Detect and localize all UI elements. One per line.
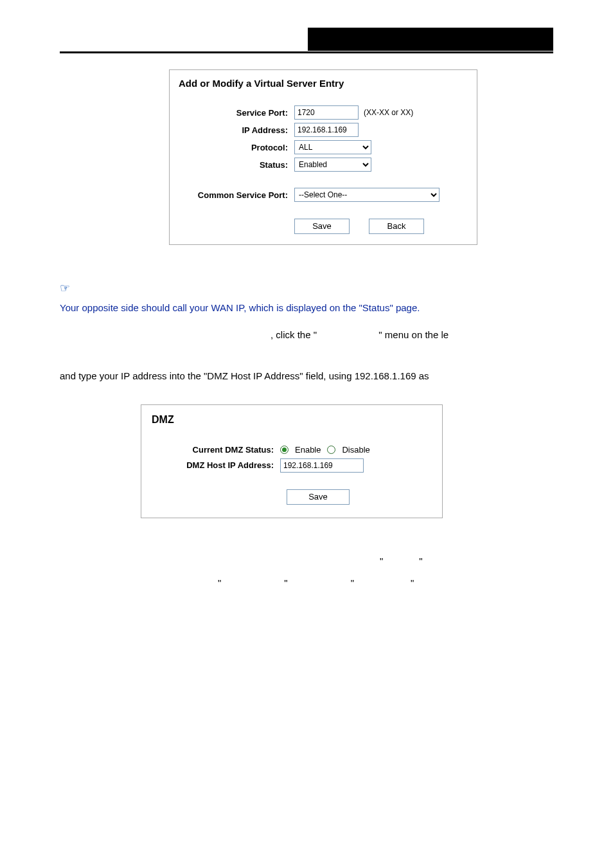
label-common-service-port: Common Service Port: [179,190,294,200]
note-section: ☞ Your opposite side should call your WA… [60,281,553,318]
row-common-service-port: Common Service Port: --Select One-- [179,188,468,202]
row-protocol: Protocol: ALL [179,140,468,154]
input-service-port[interactable] [294,105,359,120]
radio-enable[interactable] [280,446,289,454]
label-service-port: Service Port: [179,108,294,118]
input-dmz-host-ip[interactable] [280,458,364,473]
row-status: Status: Enabled [179,158,468,172]
save-button[interactable]: Save [294,219,350,234]
dmz-panel-wrap: DMZ Current DMZ Status: Enable Disable D… [60,404,553,518]
q2: " [419,550,422,573]
header-divider [60,51,553,53]
label-ip-address: IP Address: [179,125,294,135]
dmz-save-button[interactable]: Save [287,489,350,505]
dmz-panel: DMZ Current DMZ Status: Enable Disable D… [141,404,443,518]
page-content: Add or Modify a Virtual Server Entry Ser… [60,69,553,595]
body-line-2: and type your IP address into the "DMZ H… [60,365,553,388]
virtual-server-panel: Add or Modify a Virtual Server Entry Ser… [169,69,477,245]
back-button[interactable]: Back [369,219,424,234]
input-ip-address[interactable] [294,123,359,137]
label-dmz-host-ip: DMZ Host IP Address: [152,460,280,470]
radio-disable-label: Disable [342,445,369,455]
label-status: Status: [179,160,294,170]
trailing-lines: " " " " " " [60,550,553,595]
radio-disable[interactable] [327,446,335,454]
pointing-hand-icon: ☞ [60,282,70,294]
virtual-server-title: Add or Modify a Virtual Server Entry [179,78,468,89]
hint-service-port: (XX-XX or XX) [364,108,413,117]
label-dmz-status: Current DMZ Status: [152,445,280,455]
row-service-port: Service Port: (XX-XX or XX) [179,105,468,120]
select-protocol[interactable]: ALL [294,140,371,154]
note-text: Your opposite side should call your WAN … [60,299,553,318]
select-common-service-port[interactable]: --Select One-- [294,188,440,202]
radio-enable-label: Enable [295,445,321,455]
dmz-buttons: Save [287,489,432,505]
row-dmz-status: Current DMZ Status: Enable Disable [152,445,432,455]
header-black-bar [308,28,553,51]
body-line-1b: " menu on the le [378,329,449,340]
body-line-1a: , click the " [271,329,317,340]
body-line-1: , click the " " menu on the le [60,324,553,347]
row-dmz-host-ip: DMZ Host IP Address: [152,458,432,473]
dmz-title: DMZ [152,414,432,426]
dmz-radio-group: Enable Disable [280,445,370,455]
virtual-server-buttons: Save Back [294,219,468,234]
row-ip-address: IP Address: [179,123,468,137]
select-status[interactable]: Enabled [294,158,371,172]
label-protocol: Protocol: [179,143,294,152]
q6: " [411,572,414,595]
